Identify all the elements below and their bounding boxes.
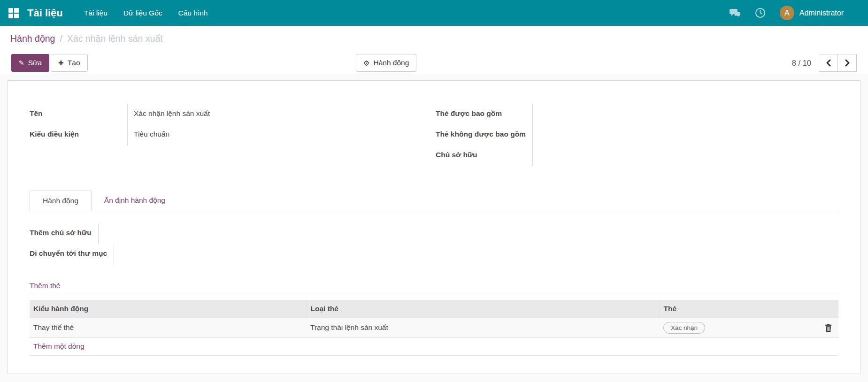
field-group-left: Tên Xác nhận lệnh sản xuất Kiểu điều kiệ…: [30, 104, 436, 166]
field-value-tags-included: [532, 104, 838, 125]
cell-delete: [819, 318, 838, 337]
field-value-tags-excluded: [532, 125, 838, 145]
control-panel: ✎ Sửa ✚ Tạo ⚙ Hành động 8 / 10: [0, 52, 868, 74]
breadcrumb-separator: /: [60, 33, 62, 44]
create-button[interactable]: ✚ Tạo: [51, 54, 87, 72]
top-navbar: Tài liệu Tài liệu Dữ liệu Gốc Cấu hình A…: [0, 0, 868, 26]
form-sheet: Tên Xác nhận lệnh sản xuất Kiểu điều kiệ…: [8, 80, 860, 374]
tab-an-dinh-hanh-dong[interactable]: Ấn định hành động: [92, 191, 178, 211]
field-value-move-to-folder: [114, 244, 436, 265]
pager-previous-button[interactable]: [819, 54, 838, 72]
chat-bubbles-icon[interactable]: [730, 8, 741, 18]
notebook-tabs: Hành động Ấn định hành động: [30, 191, 838, 211]
content-area: Tên Xác nhận lệnh sản xuất Kiểu điều kiệ…: [0, 74, 868, 382]
field-row-move-to-folder: Di chuyển tới thư mục: [30, 244, 436, 265]
pager-value: 8 / 10: [792, 59, 811, 68]
chevron-left-icon: [826, 59, 831, 67]
breadcrumb-parent-link[interactable]: Hành động: [10, 33, 55, 44]
field-value-owner: [532, 145, 838, 166]
avatar[interactable]: A: [780, 6, 794, 20]
field-group-right: Thẻ được bao gồm Thẻ không được bao gồm …: [436, 104, 838, 166]
field-label-name: Tên: [30, 104, 127, 125]
action-menu-label: Hành động: [373, 59, 409, 67]
user-name[interactable]: Administrator: [799, 9, 844, 17]
field-label-condition-type: Kiểu điều kiện: [30, 125, 127, 145]
nav-item-du-lieu-goc[interactable]: Dữ liệu Gốc: [115, 0, 170, 26]
edit-button-label: Sửa: [28, 59, 42, 67]
tags-table-header-row: Kiểu hành động Loại thẻ Thẻ: [30, 300, 838, 318]
action-menu-button[interactable]: ⚙ Hành động: [356, 54, 416, 72]
pager-next-button[interactable]: [837, 54, 857, 72]
app-brand[interactable]: Tài liệu: [27, 7, 63, 19]
table-row[interactable]: Thay thế thẻ Trạng thái lệnh sản xuất Xá…: [30, 318, 838, 337]
field-row-condition-type: Kiểu điều kiện Tiêu chuẩn: [30, 125, 436, 145]
field-value-condition-type: Tiêu chuẩn: [127, 125, 436, 145]
app-window: Tài liệu Tài liệu Dữ liệu Gốc Cấu hình A…: [0, 0, 868, 382]
tag-badge: Xác nhận: [663, 322, 705, 334]
tags-table: Kiểu hành động Loại thẻ Thẻ Thay thế thẻ…: [30, 300, 838, 356]
field-value-add-owner: [98, 223, 436, 244]
field-groups: Tên Xác nhận lệnh sản xuất Kiểu điều kiệ…: [30, 104, 838, 166]
cell-tag: Xác nhận: [660, 318, 819, 337]
clock-icon[interactable]: [755, 8, 766, 18]
field-value-name: Xác nhận lệnh sản xuất: [127, 104, 436, 125]
pencil-icon: ✎: [19, 60, 24, 66]
field-row-add-owner: Thêm chủ sở hữu: [30, 223, 436, 244]
field-label-tags-excluded: Thẻ không được bao gồm: [436, 125, 532, 145]
plus-icon: ✚: [58, 60, 64, 66]
pager: 8 / 10: [792, 54, 857, 72]
nav-item-tai-lieu[interactable]: Tài liệu: [76, 0, 115, 26]
column-header-actions: [819, 300, 838, 318]
field-label-owner: Chủ sở hữu: [436, 145, 532, 166]
field-label-move-to-folder: Di chuyển tới thư mục: [30, 244, 114, 265]
gear-icon: ⚙: [363, 60, 369, 67]
field-row-owner: Chủ sở hữu: [436, 145, 838, 166]
trash-icon[interactable]: [822, 324, 834, 332]
field-label-tags-included: Thẻ được bao gồm: [436, 104, 532, 125]
column-header-action-type: Kiểu hành động: [30, 300, 307, 318]
add-row: Thêm một dòng: [30, 337, 838, 355]
add-tag-link[interactable]: Thêm thẻ: [30, 282, 60, 290]
nav-item-cau-hinh[interactable]: Cấu hình: [170, 0, 216, 26]
field-row-tags-included: Thẻ được bao gồm: [436, 104, 838, 125]
field-label-add-owner: Thêm chủ sở hữu: [30, 223, 98, 244]
column-header-tag-category: Loại thẻ: [307, 300, 660, 318]
edit-button[interactable]: ✎ Sửa: [11, 54, 49, 72]
field-row-name: Tên Xác nhận lệnh sản xuất: [30, 104, 436, 125]
create-button-label: Tạo: [68, 59, 80, 67]
apps-grid-icon[interactable]: [8, 8, 19, 18]
cell-action-type: Thay thế thẻ: [30, 318, 307, 337]
breadcrumb: Hành động / Xác nhận lệnh sản xuất: [0, 26, 868, 52]
field-row-tags-excluded: Thẻ không được bao gồm: [436, 125, 838, 145]
tab-hanh-dong[interactable]: Hành động: [30, 191, 92, 211]
breadcrumb-current: Xác nhận lệnh sản xuất: [67, 33, 163, 44]
add-tag-section: Thêm thẻ: [30, 282, 838, 294]
cell-tag-category: Trạng thái lệnh sản xuất: [307, 318, 660, 337]
tab-field-group: Thêm chủ sở hữu Di chuyển tới thư mục: [30, 223, 436, 265]
add-line-link[interactable]: Thêm một dòng: [33, 342, 84, 351]
column-header-tag: Thẻ: [660, 300, 819, 318]
chevron-right-icon: [845, 59, 850, 67]
